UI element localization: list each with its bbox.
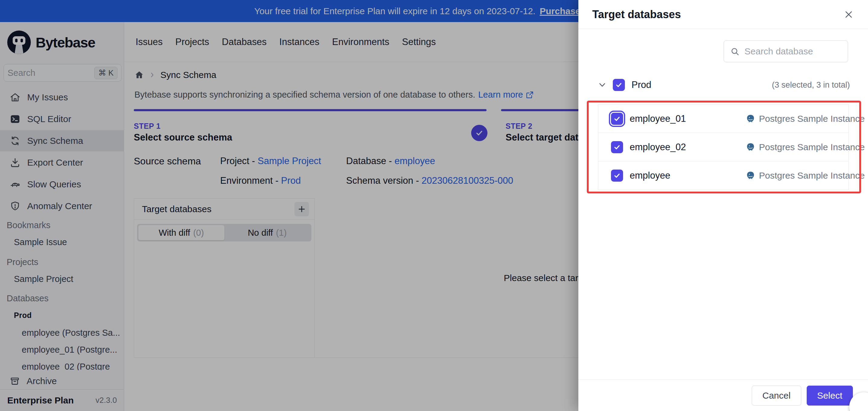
group-selection-count: (3 selected, 3 in total): [772, 80, 850, 90]
database-search-input[interactable]: [744, 46, 842, 57]
instance-info: Postgres Sample Instance: [746, 171, 865, 181]
employee-checkbox[interactable]: [611, 170, 623, 182]
postgres-icon: [746, 114, 755, 124]
search-icon: [730, 47, 740, 56]
database-name: employee: [630, 170, 670, 181]
database-row-employee-02[interactable]: employee_02 Postgres Sample Instance: [598, 133, 848, 162]
instance-info: Postgres Sample Instance: [746, 114, 865, 124]
database-row-employee[interactable]: employee Postgres Sample Instance: [598, 162, 848, 190]
drawer-header: Target databases: [578, 0, 868, 29]
drawer-footer: Cancel Select: [578, 380, 868, 411]
prod-group-checkbox[interactable]: [613, 79, 625, 91]
employee-01-checkbox[interactable]: [611, 113, 623, 125]
select-button[interactable]: Select: [807, 386, 853, 406]
environment-group-row: Prod (3 selected, 3 in total): [598, 76, 850, 94]
instance-name: Postgres Sample Instance: [759, 142, 865, 152]
drawer-title: Target databases: [592, 8, 681, 21]
chevron-down-icon[interactable]: [598, 80, 607, 89]
database-row-employee-01[interactable]: employee_01 Postgres Sample Instance: [598, 105, 848, 133]
database-selection-list: employee_01 Postgres Sample Instance emp…: [598, 104, 849, 190]
instance-info: Postgres Sample Instance: [746, 142, 865, 152]
database-search-field[interactable]: [724, 40, 848, 62]
postgres-icon: [746, 171, 755, 180]
instance-name: Postgres Sample Instance: [759, 114, 865, 124]
group-name: Prod: [631, 80, 651, 90]
cancel-button[interactable]: Cancel: [752, 386, 801, 406]
database-name: employee_02: [630, 142, 686, 153]
target-databases-drawer: Target databases Prod (3 selected, 3 in …: [578, 0, 868, 411]
database-name: employee_01: [630, 113, 686, 124]
postgres-icon: [746, 142, 755, 152]
instance-name: Postgres Sample Instance: [759, 171, 865, 181]
employee-02-checkbox[interactable]: [611, 141, 623, 153]
close-icon[interactable]: [843, 8, 855, 21]
